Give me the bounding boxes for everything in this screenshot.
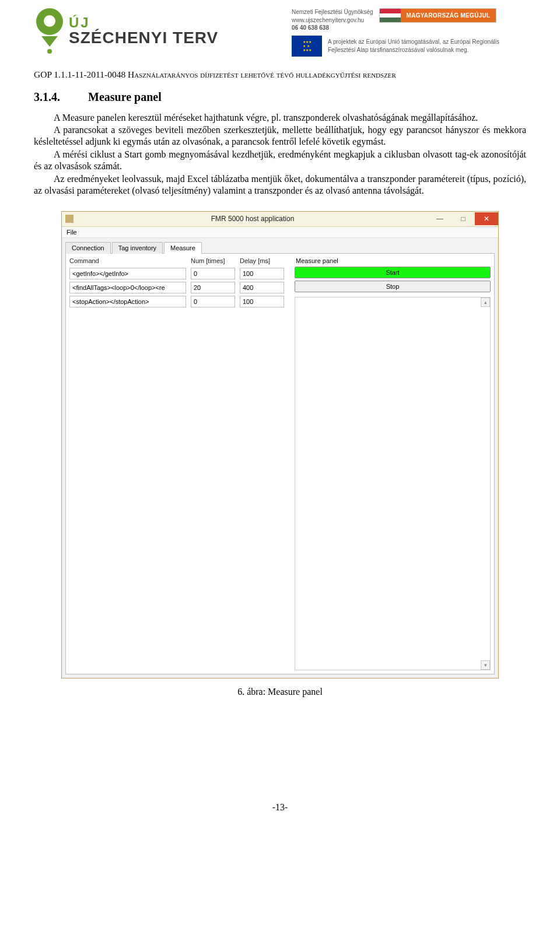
para-4: Az eredményeket leolvassuk, majd Excel t… bbox=[34, 173, 526, 197]
num-input-1[interactable] bbox=[191, 268, 235, 279]
figure-caption: 6. ábra: Measure panel bbox=[34, 687, 526, 697]
cmd-input-3[interactable] bbox=[69, 296, 186, 307]
app-screenshot: FMR 5000 host application — □ ✕ File Con… bbox=[61, 211, 499, 678]
header-command: Command bbox=[69, 257, 186, 265]
command-grid: Command Num [times] Delay [ms] bbox=[69, 257, 291, 307]
tab-bar: Connection Tag inventory Measure bbox=[65, 242, 495, 254]
gop-code: GOP 1.1.1-11-2011-0048 bbox=[34, 69, 128, 79]
para-1: A Measure panelen keresztül méréseket ha… bbox=[34, 112, 526, 124]
scroll-down-icon[interactable]: ▾ bbox=[481, 660, 490, 670]
project-code-line: GOP 1.1.1-11-2011-0048 Használatarányos … bbox=[34, 69, 526, 80]
agency-name: Nemzeti Fejlesztési Ügynökség bbox=[292, 8, 373, 16]
output-textarea[interactable]: ▴ ▾ bbox=[295, 297, 491, 670]
window-titlebar: FMR 5000 host application — □ ✕ bbox=[62, 212, 498, 227]
header-num: Num [times] bbox=[191, 257, 235, 265]
maximize-button[interactable]: □ bbox=[452, 212, 475, 225]
scroll-up-icon[interactable]: ▴ bbox=[481, 298, 490, 307]
stop-button[interactable]: Stop bbox=[295, 281, 491, 292]
cmd-input-2[interactable] bbox=[69, 282, 186, 293]
tab-tag-inventory[interactable]: Tag inventory bbox=[112, 242, 163, 254]
section-heading: 3.1.4. Measure panel bbox=[34, 90, 526, 104]
body-text: A Measure panelen keresztül méréseket ha… bbox=[34, 112, 526, 197]
delay-input-3[interactable] bbox=[240, 296, 284, 307]
header-delay: Delay [ms] bbox=[240, 257, 284, 265]
cmd-input-1[interactable] bbox=[69, 268, 186, 279]
logo-uj: ÚJ bbox=[69, 16, 218, 30]
app-icon bbox=[65, 215, 74, 223]
logo-name: SZÉCHENYI TERV bbox=[69, 30, 218, 46]
map-pin-icon bbox=[34, 8, 65, 54]
agency-url: www.ujszechenyiterv.gov.hu bbox=[292, 16, 373, 25]
close-button[interactable]: ✕ bbox=[475, 212, 498, 225]
para-3: A mérési ciklust a Start gomb megnyomásá… bbox=[34, 149, 526, 173]
menu-bar: File bbox=[62, 227, 498, 238]
start-button[interactable]: Start bbox=[295, 267, 491, 278]
page-number: -13- bbox=[34, 802, 526, 813]
menu-file[interactable]: File bbox=[66, 229, 77, 236]
para-2: A parancsokat a szöveges beviteli mezőbe… bbox=[34, 124, 526, 148]
eu-flag-icon: ★ ★ ★★ ★★ ★ ★ bbox=[292, 36, 322, 57]
section-title: Measure panel bbox=[88, 90, 162, 104]
tab-connection[interactable]: Connection bbox=[65, 242, 111, 254]
section-number: 3.1.4. bbox=[34, 90, 60, 104]
num-input-3[interactable] bbox=[191, 296, 235, 307]
agency-info: Nemzeti Fejlesztési Ügynökség www.ujszec… bbox=[292, 8, 373, 32]
renewal-badge: MAGYARORSZÁG MEGÚJUL bbox=[401, 9, 496, 22]
num-input-2[interactable] bbox=[191, 282, 235, 293]
delay-input-2[interactable] bbox=[240, 282, 284, 293]
agency-phone: 06 40 638 638 bbox=[292, 24, 373, 32]
delay-input-1[interactable] bbox=[240, 268, 284, 279]
window-title: FMR 5000 host application bbox=[77, 215, 428, 223]
tab-measure[interactable]: Measure bbox=[164, 242, 202, 254]
eu-funding-text: A projektek az Európai Unió támogatásáva… bbox=[328, 38, 526, 54]
gop-title: Használatarányos díjfizetést lehetővé té… bbox=[128, 69, 396, 79]
szechenyi-logo: ÚJ SZÉCHENYI TERV bbox=[34, 8, 218, 54]
document-header: ÚJ SZÉCHENYI TERV Nemzeti Fejlesztési Üg… bbox=[34, 0, 526, 61]
minimize-button[interactable]: — bbox=[428, 212, 452, 225]
measure-panel-label: Measure panel bbox=[295, 257, 491, 264]
hungary-flag-icon: MAGYARORSZÁG MEGÚJUL bbox=[379, 8, 497, 23]
